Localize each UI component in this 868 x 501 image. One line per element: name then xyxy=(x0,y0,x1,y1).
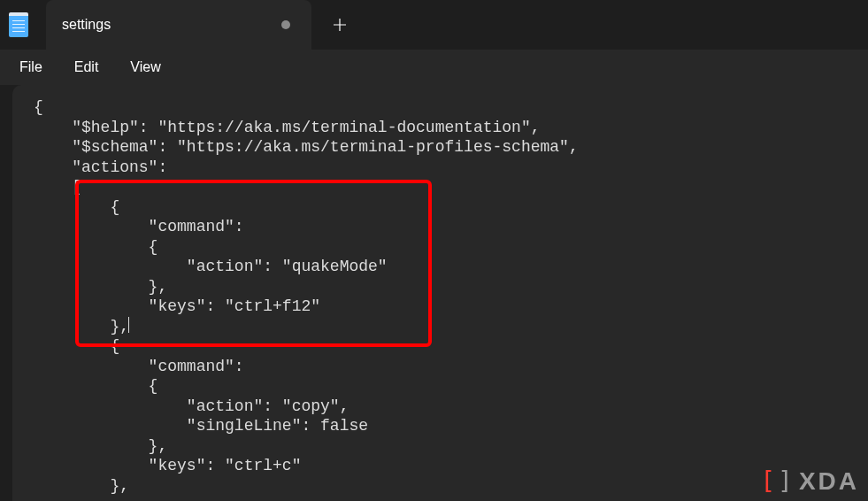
plus-icon xyxy=(334,15,346,35)
code-line: { xyxy=(34,238,157,256)
menu-file[interactable]: File xyxy=(19,59,42,75)
code-line: }, xyxy=(34,278,167,296)
watermark-bracket-icon: [] xyxy=(760,466,795,496)
watermark-text: XDA xyxy=(799,467,859,496)
code-line: [ xyxy=(34,178,81,196)
tab-modified-indicator-icon xyxy=(281,20,290,29)
menubar: File Edit View xyxy=(0,50,868,85)
notepad-icon xyxy=(9,12,28,37)
code-line: "$help": "https://aka.ms/terminal-docume… xyxy=(34,119,541,136)
code-line: "$schema": "https://aka.ms/terminal-prof… xyxy=(34,138,579,156)
watermark: [] XDA xyxy=(760,466,859,496)
titlebar: settings xyxy=(0,0,868,50)
menu-view[interactable]: View xyxy=(130,59,160,75)
code-line: { xyxy=(34,198,119,216)
code-line: "action": "copy", xyxy=(34,397,349,415)
code-line: "command": xyxy=(34,358,244,375)
code-line: "action": "quakeMode" xyxy=(34,258,388,275)
code-line: { xyxy=(34,98,43,116)
tab-settings[interactable]: settings xyxy=(46,0,311,50)
editor-content[interactable]: { "$help": "https://aka.ms/terminal-docu… xyxy=(34,97,868,496)
code-line: "actions": xyxy=(34,158,167,176)
menu-edit[interactable]: Edit xyxy=(74,59,99,75)
code-line: }, xyxy=(34,477,129,495)
code-line: { xyxy=(34,377,157,395)
new-tab-button[interactable] xyxy=(319,4,361,46)
tab-title: settings xyxy=(62,17,111,33)
code-line: "command": xyxy=(34,218,244,235)
code-line: }, xyxy=(34,437,167,455)
code-line: "keys": "ctrl+f12" xyxy=(34,297,320,315)
text-cursor-icon xyxy=(128,317,129,333)
editor-area[interactable]: { "$help": "https://aka.ms/terminal-docu… xyxy=(12,85,868,501)
code-line: "singleLine": false xyxy=(34,417,368,435)
code-line: }, xyxy=(34,318,129,335)
code-line: { xyxy=(34,337,119,355)
code-line: "keys": "ctrl+c" xyxy=(34,457,301,474)
